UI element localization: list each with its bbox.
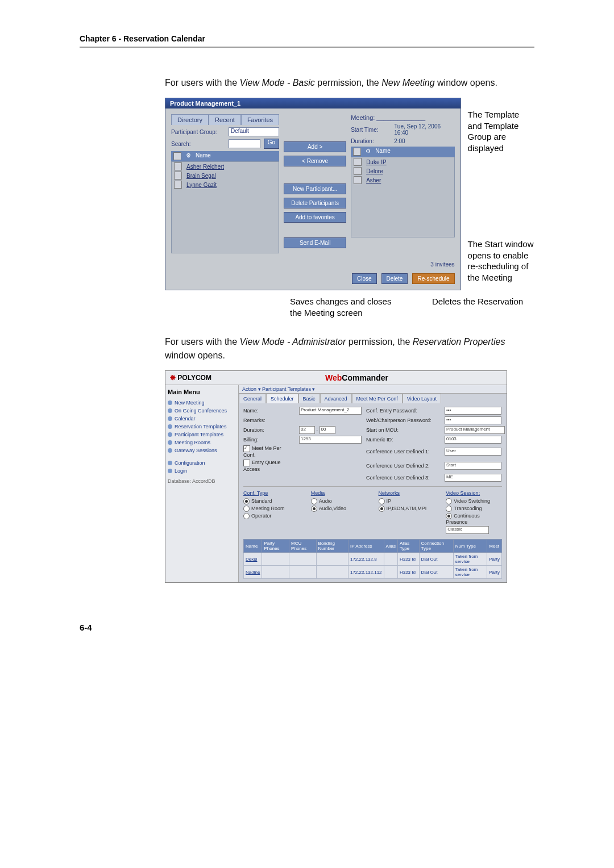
radio-icon[interactable]	[243, 513, 250, 519]
conf-type-meeting-room[interactable]: Meeting Room	[243, 505, 300, 512]
checkbox-icon[interactable]	[243, 445, 250, 452]
remove-button[interactable]: < Remove	[284, 156, 346, 166]
user-defined-1-input[interactable]: User	[445, 448, 501, 456]
participant-name[interactable]: Asher Reichert	[186, 164, 224, 170]
invitee-name[interactable]: Delore	[366, 168, 383, 174]
meet-me-per-conf-option[interactable]: Meet Me Per Conf.	[243, 445, 294, 458]
user-defined-3-input[interactable]: ME	[445, 474, 501, 482]
radio-icon[interactable]	[379, 506, 385, 512]
video-continuous-presence[interactable]: Continuous Presence	[446, 512, 502, 525]
nav-ongoing-conferences[interactable]: On Going Conferences	[168, 407, 236, 415]
participant-name[interactable]: Brain Segal	[186, 173, 216, 179]
tab-directory[interactable]: Directory	[171, 114, 209, 125]
nav-gateway-sessions[interactable]: Gateway Sessions	[168, 446, 236, 454]
nav-reservation-templates[interactable]: Reservation Templates	[168, 423, 236, 431]
duration-minutes[interactable]: 00	[320, 426, 335, 434]
nav-new-meeting[interactable]: New Meeting	[168, 399, 236, 407]
networks-mixed[interactable]: IP,ISDN,ATM,MPI	[379, 505, 435, 512]
select-all-checkbox[interactable]	[173, 152, 181, 160]
video-switching[interactable]: Video Switching	[446, 498, 502, 505]
add-button[interactable]: Add >	[284, 141, 346, 152]
radio-icon[interactable]	[311, 498, 317, 504]
entry-queue-access-option[interactable]: Entry Queue Access	[243, 460, 294, 472]
checkbox-icon[interactable]	[243, 460, 250, 466]
go-button[interactable]: Go	[264, 139, 279, 149]
web-chair-password-input[interactable]: •••	[445, 416, 501, 424]
tab-advanced[interactable]: Advanced	[320, 394, 352, 403]
media-audio[interactable]: Audio	[311, 498, 367, 505]
menubar[interactable]: Action ▾ Participant Templates ▾	[239, 385, 507, 394]
numeric-id-input[interactable]: 0103	[445, 436, 501, 444]
conf-entry-password-input[interactable]: •••	[445, 407, 501, 415]
tab-scheduler[interactable]: Scheduler	[266, 394, 298, 403]
sort-icon[interactable]: ⚙	[186, 152, 191, 160]
nav-configuration[interactable]: Configuration	[168, 459, 236, 467]
tab-meet-me-per-conf[interactable]: Meet Me Per Conf	[352, 394, 403, 403]
col-bonding-number[interactable]: Bonding Number	[316, 540, 348, 553]
col-name[interactable]: Name	[244, 540, 262, 553]
col-mcu-phones[interactable]: MCU Phones	[289, 540, 316, 553]
list-item[interactable]: Duke IP	[351, 157, 454, 166]
media-audio-video[interactable]: Audio,Video	[311, 505, 367, 512]
list-item[interactable]: Lynne Gazit	[172, 180, 279, 189]
row-checkbox[interactable]	[354, 158, 362, 166]
radio-icon[interactable]	[446, 506, 452, 512]
radio-icon[interactable]	[379, 498, 385, 504]
row-checkbox[interactable]	[174, 172, 182, 180]
tab-recent[interactable]: Recent	[209, 114, 241, 125]
table-row[interactable]: Dekel 172.22.132.8 H323 Id Dial Out Take…	[244, 553, 502, 566]
list-item[interactable]: Brain Segal	[172, 171, 279, 180]
row-checkbox[interactable]	[174, 181, 182, 189]
row-checkbox[interactable]	[174, 162, 182, 170]
col-ip-address[interactable]: IP Address	[348, 540, 384, 553]
col-party-phones[interactable]: Party Phones	[262, 540, 289, 553]
invitee-name[interactable]: Duke IP	[366, 159, 387, 165]
col-num-type[interactable]: Num Type	[453, 540, 487, 553]
invitee-name[interactable]: Asher	[366, 177, 381, 183]
tab-general[interactable]: General	[239, 394, 266, 403]
duration-hours[interactable]: 02	[299, 426, 315, 434]
cp-mode-select[interactable]: Classic	[446, 526, 489, 534]
col-alias-type[interactable]: Alias Type	[397, 540, 419, 553]
row-checkbox[interactable]	[354, 167, 362, 175]
conf-type-operator[interactable]: Operator	[243, 512, 300, 520]
new-participant-button[interactable]: New Participant...	[284, 183, 346, 194]
col-meet[interactable]: Meet	[487, 540, 502, 553]
start-on-mcu-select[interactable]: Product Management	[445, 426, 505, 434]
list-item[interactable]: Delore	[351, 166, 454, 176]
table-row[interactable]: Nadine 172.22.132.112 H323 Id Dial Out T…	[244, 566, 502, 579]
participant-group-select[interactable]: Default	[229, 127, 279, 136]
conf-type-standard[interactable]: Standard	[243, 498, 300, 505]
video-transcoding[interactable]: Transcoding	[446, 505, 502, 512]
close-button[interactable]: Close	[352, 273, 377, 284]
radio-icon[interactable]	[446, 498, 452, 504]
list-item[interactable]: Asher	[351, 176, 454, 185]
add-to-favorites-button[interactable]: Add to favorites	[284, 212, 346, 223]
send-email-button[interactable]: Send E-Mail	[284, 237, 346, 248]
cell-name[interactable]: Nadine	[244, 566, 262, 579]
tab-video-layout[interactable]: Video Layout	[403, 394, 441, 403]
reschedule-button[interactable]: Re-schedule	[412, 273, 454, 284]
user-defined-2-input[interactable]: Start	[445, 462, 501, 470]
billing-input[interactable]: 1293	[299, 436, 362, 444]
nav-meeting-rooms[interactable]: Meeting Rooms	[168, 439, 236, 446]
row-checkbox[interactable]	[354, 176, 362, 184]
nav-calendar[interactable]: Calendar	[168, 415, 236, 423]
select-all-checkbox[interactable]	[353, 148, 361, 156]
tab-favorites[interactable]: Favorites	[241, 114, 279, 125]
networks-ip[interactable]: IP	[379, 498, 435, 505]
radio-icon[interactable]	[243, 498, 250, 504]
radio-icon[interactable]	[446, 513, 452, 519]
radio-icon[interactable]	[311, 506, 317, 512]
delete-participants-button[interactable]: Delete Participants	[284, 198, 346, 208]
col-connection-type[interactable]: Connection Type	[419, 540, 453, 553]
col-alias[interactable]: Alias	[384, 540, 397, 553]
cell-name[interactable]: Dekel	[244, 553, 262, 566]
tab-basic[interactable]: Basic	[298, 394, 320, 403]
sort-icon[interactable]: ⚙	[366, 148, 371, 156]
participant-name[interactable]: Lynne Gazit	[186, 182, 217, 188]
nav-participant-templates[interactable]: Participant Templates	[168, 431, 236, 439]
radio-icon[interactable]	[243, 506, 250, 512]
nav-login[interactable]: Login	[168, 467, 236, 475]
name-input[interactable]: Product Management_2	[299, 407, 362, 415]
